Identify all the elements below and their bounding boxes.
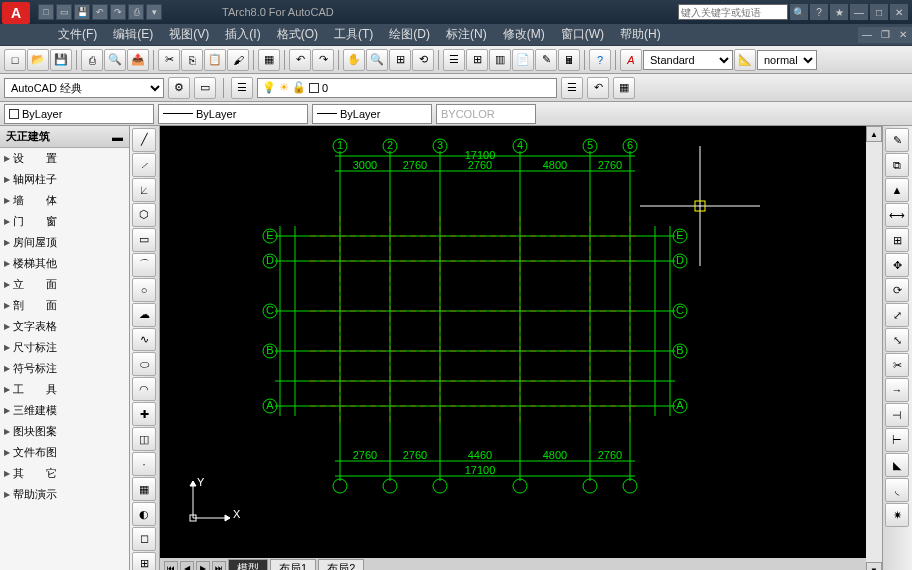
block-icon[interactable]: ▦ bbox=[258, 49, 280, 71]
sheet-set-icon[interactable]: 📄 bbox=[512, 49, 534, 71]
menu-file[interactable]: 文件(F) bbox=[50, 24, 105, 45]
workspace-toggle-icon[interactable]: ▭ bbox=[194, 77, 216, 99]
menu-edit[interactable]: 编辑(E) bbox=[105, 24, 161, 45]
undo-icon[interactable]: ↶ bbox=[289, 49, 311, 71]
move-icon[interactable]: ✥ bbox=[885, 253, 909, 277]
app-logo[interactable]: A bbox=[2, 2, 30, 24]
vertical-scrollbar[interactable]: ▲ ▼ bbox=[866, 126, 882, 570]
maximize-button[interactable]: □ bbox=[870, 4, 888, 20]
ellipse-arc-icon[interactable]: ◠ bbox=[132, 377, 156, 401]
point-icon[interactable]: · bbox=[132, 452, 156, 476]
layer-previous-icon[interactable]: ↶ bbox=[587, 77, 609, 99]
hatch-icon[interactable]: ▦ bbox=[132, 477, 156, 501]
fillet-icon[interactable]: ◟ bbox=[885, 478, 909, 502]
stretch-icon[interactable]: ⤡ bbox=[885, 328, 909, 352]
paste-icon[interactable]: 📋 bbox=[204, 49, 226, 71]
tool-palette-icon[interactable]: ▥ bbox=[489, 49, 511, 71]
sidebar-item-room[interactable]: ▶房间屋顶 bbox=[0, 232, 129, 253]
polyline-icon[interactable]: ⟀ bbox=[132, 178, 156, 202]
menu-format[interactable]: 格式(O) bbox=[269, 24, 326, 45]
menu-dimension[interactable]: 标注(N) bbox=[438, 24, 495, 45]
sidebar-item-axis[interactable]: ▶轴网柱子 bbox=[0, 169, 129, 190]
match-icon[interactable]: 🖌 bbox=[227, 49, 249, 71]
textstyle-a-icon[interactable]: A bbox=[620, 49, 642, 71]
tab-model[interactable]: 模型 bbox=[228, 559, 268, 571]
construction-line-icon[interactable]: ⟋ bbox=[132, 153, 156, 177]
favorite-icon[interactable]: ★ bbox=[830, 4, 848, 20]
sidebar-item-3d[interactable]: ▶三维建模 bbox=[0, 400, 129, 421]
break-icon[interactable]: ⊣ bbox=[885, 403, 909, 427]
arc-icon[interactable]: ⌒ bbox=[132, 253, 156, 277]
revcloud-icon[interactable]: ☁ bbox=[132, 303, 156, 327]
search-input[interactable] bbox=[678, 4, 788, 20]
print-preview-icon[interactable]: 🔍 bbox=[104, 49, 126, 71]
design-center-icon[interactable]: ⊞ bbox=[466, 49, 488, 71]
new-icon[interactable]: □ bbox=[38, 4, 54, 20]
doc-restore-button[interactable]: ❐ bbox=[876, 27, 894, 43]
drawing-canvas[interactable]: 12 34 56 AB CD E AB CD E 30002760 276048… bbox=[160, 126, 866, 558]
scroll-down-icon[interactable]: ▼ bbox=[866, 562, 882, 570]
scale-icon[interactable]: ⤢ bbox=[885, 303, 909, 327]
circle-icon[interactable]: ○ bbox=[132, 278, 156, 302]
workspace-select[interactable]: AutoCAD 经典 bbox=[4, 78, 164, 98]
region-icon[interactable]: ◻ bbox=[132, 527, 156, 551]
dimstyle-select[interactable]: normal bbox=[757, 50, 817, 70]
tab-next-icon[interactable]: ▶ bbox=[196, 561, 210, 570]
workspace-settings-icon[interactable]: ⚙ bbox=[168, 77, 190, 99]
save-icon[interactable]: 💾 bbox=[74, 4, 90, 20]
menu-tools[interactable]: 工具(T) bbox=[326, 24, 381, 45]
trim-icon[interactable]: ✂ bbox=[885, 353, 909, 377]
layer-states-icon[interactable]: ☰ bbox=[561, 77, 583, 99]
explode-icon[interactable]: ✷ bbox=[885, 503, 909, 527]
make-block-icon[interactable]: ◫ bbox=[132, 427, 156, 451]
rectangle-icon[interactable]: ▭ bbox=[132, 228, 156, 252]
tab-layout1[interactable]: 布局1 bbox=[270, 559, 316, 571]
redo-icon[interactable]: ↷ bbox=[110, 4, 126, 20]
zoom-window-icon[interactable]: ⊞ bbox=[389, 49, 411, 71]
menu-view[interactable]: 视图(V) bbox=[161, 24, 217, 45]
layer-combo[interactable]: 💡 ☀ 🔓 0 bbox=[257, 78, 557, 98]
sidebar-item-section[interactable]: ▶剖 面 bbox=[0, 295, 129, 316]
properties-icon[interactable]: ☰ bbox=[443, 49, 465, 71]
offset-icon[interactable]: ⟷ bbox=[885, 203, 909, 227]
color-combo[interactable]: ByLayer bbox=[4, 104, 154, 124]
menu-insert[interactable]: 插入(I) bbox=[217, 24, 268, 45]
help-icon[interactable]: ? bbox=[810, 4, 828, 20]
lineweight-combo[interactable]: ByLayer bbox=[312, 104, 432, 124]
layer-manager-icon[interactable]: ☰ bbox=[231, 77, 253, 99]
sidebar-item-wall[interactable]: ▶墙 体 bbox=[0, 190, 129, 211]
sidebar-item-other[interactable]: ▶其 它 bbox=[0, 463, 129, 484]
menu-modify[interactable]: 修改(M) bbox=[495, 24, 553, 45]
sidebar-item-text[interactable]: ▶文字表格 bbox=[0, 316, 129, 337]
join-icon[interactable]: ⊢ bbox=[885, 428, 909, 452]
doc-minimize-button[interactable]: — bbox=[858, 27, 876, 43]
dimstyle-icon[interactable]: 📐 bbox=[734, 49, 756, 71]
extend-icon[interactable]: → bbox=[885, 378, 909, 402]
zoom-realtime-icon[interactable]: 🔍 bbox=[366, 49, 388, 71]
save-file-icon[interactable]: 💾 bbox=[50, 49, 72, 71]
new-file-icon[interactable]: □ bbox=[4, 49, 26, 71]
scroll-up-icon[interactable]: ▲ bbox=[866, 126, 882, 142]
redo-icon[interactable]: ↷ bbox=[312, 49, 334, 71]
tab-last-icon[interactable]: ⏭ bbox=[212, 561, 226, 570]
sidebar-item-tools[interactable]: ▶工 具 bbox=[0, 379, 129, 400]
sidebar-item-door[interactable]: ▶门 窗 bbox=[0, 211, 129, 232]
layer-iso-icon[interactable]: ▦ bbox=[613, 77, 635, 99]
pan-icon[interactable]: ✋ bbox=[343, 49, 365, 71]
qat-dropdown-icon[interactable]: ▾ bbox=[146, 4, 162, 20]
search-icon[interactable]: 🔍 bbox=[790, 4, 808, 20]
chamfer-icon[interactable]: ◣ bbox=[885, 453, 909, 477]
cut-icon[interactable]: ✂ bbox=[158, 49, 180, 71]
print-icon[interactable]: ⎙ bbox=[128, 4, 144, 20]
gradient-icon[interactable]: ◐ bbox=[132, 502, 156, 526]
sidebar-item-block[interactable]: ▶图块图案 bbox=[0, 421, 129, 442]
markup-icon[interactable]: ✎ bbox=[535, 49, 557, 71]
sidebar-item-settings[interactable]: ▶设 置 bbox=[0, 148, 129, 169]
tab-prev-icon[interactable]: ◀ bbox=[180, 561, 194, 570]
menu-window[interactable]: 窗口(W) bbox=[553, 24, 612, 45]
sidebar-item-stairs[interactable]: ▶楼梯其他 bbox=[0, 253, 129, 274]
open-icon[interactable]: ▭ bbox=[56, 4, 72, 20]
insert-block-icon[interactable]: ✚ bbox=[132, 402, 156, 426]
undo-icon[interactable]: ↶ bbox=[92, 4, 108, 20]
sidebar-item-dimension[interactable]: ▶尺寸标注 bbox=[0, 337, 129, 358]
